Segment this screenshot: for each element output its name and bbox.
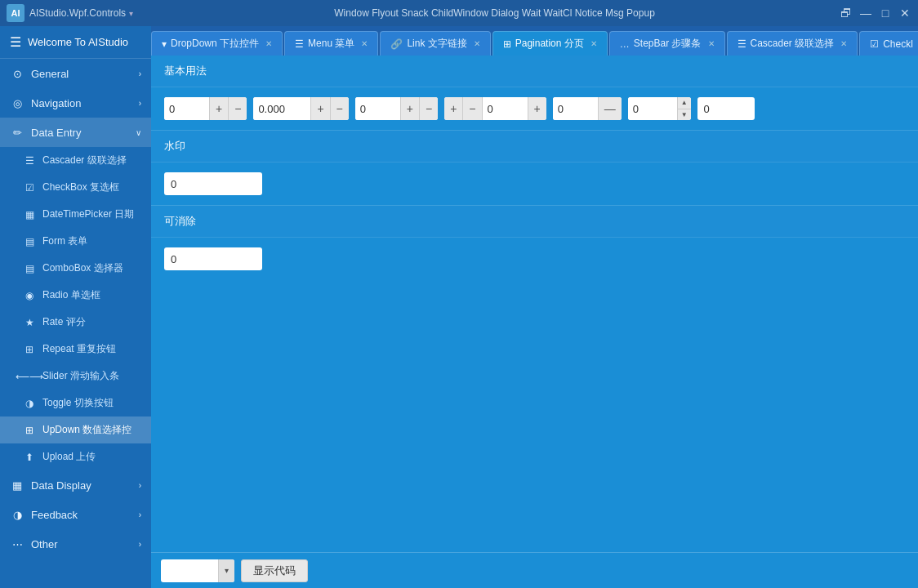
sidebar: ☰ Welcome To AIStudio ⊙ General › ◎ Navi… <box>0 26 151 588</box>
sidebar-subitem-combobox[interactable]: ▤ ComboBox 选择器 <box>0 255 151 282</box>
updown-input-3[interactable]: + − <box>355 97 438 120</box>
updown-spinbox-1-field[interactable] <box>628 97 677 120</box>
updown-input-1-field[interactable] <box>164 97 209 120</box>
sidebar-item-data-entry[interactable]: ✏ Data Entry ∨ <box>0 118 151 147</box>
updown-input-2[interactable]: + − <box>253 97 348 120</box>
minimize-button[interactable]: — <box>859 7 872 20</box>
sidebar-subitem-cascader[interactable]: ☰ Cascader 级联选择 <box>0 147 151 174</box>
updown-input-1-plus[interactable]: + <box>209 97 228 120</box>
pin-button[interactable]: 🗗 <box>840 7 853 20</box>
updown-spinbox-1[interactable]: ▲ ▼ <box>628 97 691 120</box>
updown-plain-1[interactable] <box>697 97 755 120</box>
updown-input-3-plus[interactable]: + <box>400 97 419 120</box>
dropdown-tab-close[interactable]: ✕ <box>265 39 272 48</box>
sidebar-header[interactable]: ☰ Welcome To AIStudio <box>0 26 151 59</box>
watermark-spinbox[interactable]: ▲ ▼ <box>164 172 262 195</box>
updown-input-5-field[interactable] <box>553 97 598 120</box>
stepbar-tab-close[interactable]: ✕ <box>708 39 715 48</box>
link-tab-label: Link 文字链接 <box>407 37 466 51</box>
sidebar-general-label: General <box>31 68 69 80</box>
link-tab-close[interactable]: ✕ <box>474 39 480 48</box>
sidebar-subitem-form[interactable]: ▤ Form 表单 <box>0 228 151 255</box>
updown-input-2-minus[interactable]: − <box>330 97 349 120</box>
updown-input-5[interactable]: — <box>553 97 622 120</box>
menu-tab-label: Menu 菜单 <box>308 37 354 51</box>
app-chevron-icon[interactable]: ▾ <box>129 9 133 18</box>
clearable-spinbox[interactable]: ▲ ▼ <box>164 247 262 270</box>
tab-cascader[interactable]: ☰ Cascader 级联选择 ✕ <box>727 31 858 56</box>
sidebar-subitem-updown[interactable]: ⊞ UpDown 数值选择控 <box>0 416 151 443</box>
updown-plain-1-field[interactable] <box>697 97 755 120</box>
updown-input-3-field[interactable] <box>355 97 400 120</box>
sidebar-item-feedback[interactable]: ◑ Feedback › <box>0 500 151 529</box>
sidebar-subitem-upload[interactable]: ⬆ Upload 上传 <box>0 443 151 470</box>
navigation-icon: ◎ <box>10 96 25 110</box>
show-code-button[interactable]: 显示代码 <box>241 559 308 582</box>
menu-icon: ☰ <box>10 34 21 50</box>
title-bar: AI AIStudio.Wpf.Controls ▾ Window Flyout… <box>0 0 918 26</box>
tab-dropdown[interactable]: ▾ DropDown 下拉控件 ✕ <box>151 31 283 56</box>
menu-tab-close[interactable]: ✕ <box>361 39 368 48</box>
sidebar-item-other[interactable]: ⋯ Other › <box>0 529 151 559</box>
sidebar-feedback-label: Feedback <box>31 509 78 521</box>
updown-input-5-minus[interactable]: — <box>598 97 622 120</box>
pagination-tab-label: Pagination 分页 <box>515 37 584 51</box>
tab-menu[interactable]: ☰ Menu 菜单 ✕ <box>284 31 378 56</box>
general-icon: ⊙ <box>10 66 25 81</box>
tab-link[interactable]: 🔗 Link 文字链接 ✕ <box>380 31 490 56</box>
sidebar-subitem-radio[interactable]: ◉ Radio 单选框 <box>0 282 151 309</box>
section-basic-header: 基本用法 <box>151 56 918 87</box>
pagination-tab-icon: ⊞ <box>503 38 511 50</box>
sidebar-subitem-checkbox[interactable]: ☑ CheckBox 复选框 <box>0 174 151 201</box>
tab-checkl[interactable]: ☑ Checkl ✕ <box>859 31 918 56</box>
watermark-spinbox-field[interactable] <box>164 172 262 195</box>
updown-input-4-minus[interactable]: − <box>463 97 482 120</box>
updown-input-1-minus[interactable]: − <box>228 97 247 120</box>
sidebar-item-data-display[interactable]: ▦ Data Display › <box>0 470 151 500</box>
updown-input-4-field[interactable] <box>483 97 528 120</box>
sidebar-subitem-rate[interactable]: ★ Rate 评分 <box>0 309 151 336</box>
updown-input-3-minus[interactable]: − <box>419 97 438 120</box>
data-display-icon: ▦ <box>10 478 25 492</box>
section-watermark-title: 水印 <box>164 140 185 152</box>
tab-pagination[interactable]: ⊞ Pagination 分页 ✕ <box>492 31 608 56</box>
sidebar-item-general[interactable]: ⊙ General › <box>0 59 151 88</box>
updown-input-2-field[interactable] <box>253 97 310 120</box>
app-name: AIStudio.Wpf.Controls <box>29 7 126 19</box>
close-button[interactable]: ✕ <box>898 7 911 20</box>
updown-input-1[interactable]: + − <box>164 97 247 120</box>
pagination-tab-close[interactable]: ✕ <box>590 39 597 48</box>
radio-sub-icon: ◉ <box>23 289 36 302</box>
bottom-bar: ▾ 显示代码 <box>151 552 918 588</box>
cascader-tab-icon: ☰ <box>738 38 746 50</box>
updown-spinbox-1-down[interactable]: ▼ <box>678 109 691 121</box>
updown-input-2-plus[interactable]: + <box>310 97 329 120</box>
cascader-sub-icon: ☰ <box>23 154 36 167</box>
checkl-tab-icon: ☑ <box>870 38 879 50</box>
section-watermark-header: 水印 <box>151 131 918 163</box>
sidebar-other-label: Other <box>31 538 58 550</box>
sidebar-subitem-toggle[interactable]: ◑ Toggle 切换按钮 <box>0 390 151 416</box>
clearable-spinbox-field[interactable] <box>164 247 262 270</box>
welcome-label: Welcome To AIStudio <box>28 36 128 48</box>
updown-input-4-plus2[interactable]: + <box>528 97 546 120</box>
checkbox-label: CheckBox 复选框 <box>42 180 119 194</box>
updown-spinbox-1-up[interactable]: ▲ <box>678 97 691 109</box>
cascader-tab-close[interactable]: ✕ <box>840 39 847 48</box>
repeat-label: Repeat 重复按钮 <box>42 342 116 356</box>
restore-button[interactable]: □ <box>879 7 892 20</box>
code-theme-dropdown[interactable]: ▾ <box>161 559 234 582</box>
updown-input-4[interactable]: + − + <box>444 97 546 120</box>
updown-spinbox-1-arrows: ▲ ▼ <box>677 97 691 120</box>
other-chevron-icon: › <box>139 540 141 549</box>
sidebar-item-navigation[interactable]: ◎ Navigation › <box>0 88 151 118</box>
sidebar-subitem-datetimepicker[interactable]: ▦ DateTimePicker 日期 <box>0 201 151 228</box>
sidebar-data-display-label: Data Display <box>31 479 91 492</box>
updown-input-4-plus[interactable]: + <box>444 97 463 120</box>
upload-sub-icon: ⬆ <box>23 451 36 464</box>
stepbar-tab-icon: … <box>620 38 630 50</box>
sidebar-subitem-repeat[interactable]: ⊞ Repeat 重复按钮 <box>0 336 151 363</box>
combobox-label: ComboBox 选择器 <box>42 261 123 275</box>
tab-stepbar[interactable]: … StepBar 步骤条 ✕ <box>609 31 725 56</box>
sidebar-subitem-slider[interactable]: ⟵⟶ Slider 滑动输入条 <box>0 363 151 390</box>
